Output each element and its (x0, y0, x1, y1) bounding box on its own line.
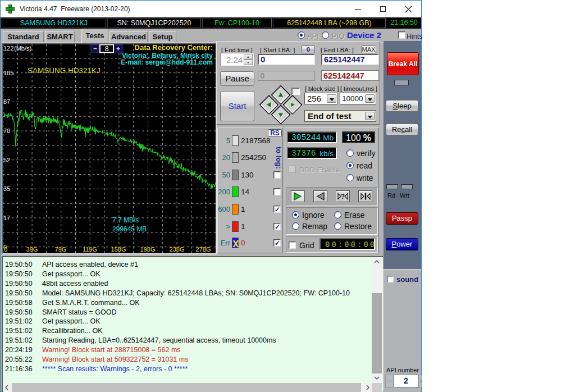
svg-text:(Mb/s): (Mb/s) (14, 45, 31, 52)
svg-text:?: ? (341, 193, 345, 200)
svg-text:278G: 278G (196, 246, 211, 253)
svg-text:299645 MB: 299645 MB (112, 225, 147, 233)
svg-text:87: 87 (3, 98, 10, 105)
svg-text:0: 0 (4, 246, 7, 253)
svg-text:70: 70 (3, 127, 10, 134)
svg-text:238G: 238G (170, 246, 185, 253)
svg-text:35: 35 (3, 185, 10, 192)
svg-text:39G: 39G (26, 246, 38, 253)
svg-text:SAMSUNG HD321KJ: SAMSUNG HD321KJ (28, 66, 101, 75)
svg-text:79G: 79G (55, 246, 67, 253)
svg-text:105: 105 (3, 70, 13, 76)
svg-text:Data Recovery Center:: Data Recovery Center: (135, 44, 213, 52)
svg-text:122: 122 (3, 45, 13, 52)
svg-text:119G: 119G (83, 246, 97, 253)
svg-text:17: 17 (3, 215, 10, 221)
svg-text:52: 52 (3, 157, 10, 163)
svg-text:8: 8 (105, 45, 109, 53)
svg-text:E-mail: sergei@hdd-911.com: E-mail: sergei@hdd-911.com (121, 58, 213, 66)
svg-text:7,7 MB/s: 7,7 MB/s (112, 216, 139, 224)
svg-text:198G: 198G (140, 246, 156, 253)
svg-text:158G: 158G (111, 246, 126, 253)
